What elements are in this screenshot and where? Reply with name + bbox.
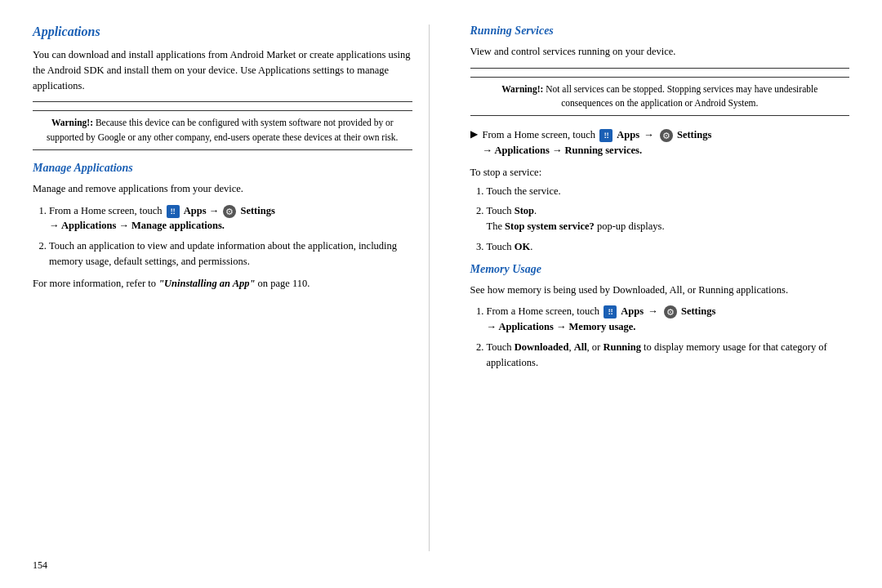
more-info-prefix: For more information, refer to — [33, 278, 156, 289]
more-info-italic: "Uninstalling an App" — [158, 278, 255, 289]
divider-top — [33, 101, 412, 102]
stop-system-bold: Stop system service? — [505, 220, 595, 232]
page-number: 154 — [33, 559, 849, 572]
apps-icon-2 — [599, 129, 612, 142]
memory-step-2: Touch Downloaded, All, or Running to dis… — [487, 340, 850, 371]
stop-steps-list: Touch the service. Touch Stop. The Stop … — [487, 184, 850, 255]
warning-box-left: Warning!: Because this device can be con… — [33, 110, 412, 150]
running-intro: View and control services running on you… — [470, 44, 850, 60]
settings-icon-3 — [664, 305, 677, 318]
memory-steps-list: From a Home screen, touch Apps → Setting… — [487, 304, 850, 370]
running-bullet: ▶ From a Home screen, touch Apps → Setti… — [470, 127, 850, 158]
columns: Applications You can download and instal… — [33, 24, 849, 551]
manage-step-1: From a Home screen, touch Apps → Setting… — [49, 203, 412, 234]
step2-text: Touch an application to view and update … — [49, 240, 397, 267]
left-column: Applications You can download and instal… — [33, 24, 430, 551]
memory-title: Memory Usage — [470, 263, 850, 276]
bullet-triangle-1: ▶ — [470, 128, 478, 140]
more-info-suffix: on page 110. — [258, 278, 310, 289]
page: Applications You can download and instal… — [0, 0, 882, 588]
running-arrow1: → — [644, 129, 654, 140]
downloaded-bold: Downloaded — [514, 341, 569, 353]
intro-paragraph: You can download and install application… — [33, 47, 412, 93]
step1-sub: → Applications → Manage applications. — [49, 220, 225, 231]
warning-text-left: Because this device can be configured wi… — [47, 118, 398, 141]
warning-box-right: Warning!: Not all services can be stoppe… — [470, 77, 850, 117]
stop-step-1: Touch the service. — [487, 184, 850, 199]
running-sub: → Applications → Running services. — [483, 145, 643, 156]
memory-step-1: From a Home screen, touch Apps → Setting… — [487, 304, 850, 335]
manage-title: Manage Applications — [33, 162, 412, 175]
settings-icon-1 — [223, 205, 236, 218]
warning-label-right: Warning!: — [501, 84, 543, 94]
ok-bold: OK — [514, 241, 530, 252]
warning-label-left: Warning!: — [51, 118, 93, 127]
divider-right — [470, 68, 850, 69]
step1-settings: Settings — [240, 205, 274, 216]
manage-step-2: Touch an application to view and update … — [49, 238, 412, 270]
running-bold: Running — [603, 341, 641, 353]
stop-service-label: To stop a service: — [470, 165, 850, 180]
manage-intro: Manage and remove applications from your… — [33, 181, 412, 197]
settings-icon-2 — [660, 129, 673, 142]
stop-step-3: Touch OK. — [487, 239, 850, 255]
apps-icon-1 — [167, 205, 180, 218]
running-bullet-content: From a Home screen, touch Apps → Setting… — [483, 127, 850, 158]
running-settings: Settings — [677, 129, 711, 140]
stop-step-2: Touch Stop. The Stop system service? pop… — [487, 203, 850, 234]
step1-apps: Apps — [184, 205, 209, 216]
stop-system-prefix: The — [487, 220, 506, 232]
all-bold: All — [574, 341, 587, 353]
manage-steps-list: From a Home screen, touch Apps → Setting… — [49, 203, 412, 270]
memory-arrow1: → — [648, 305, 658, 317]
memory-sub: → Applications → Memory usage. — [487, 321, 636, 332]
memory-settings: Settings — [681, 305, 715, 317]
step1-arrow: → — [209, 205, 220, 216]
warning-text-right: Not all services can be stopped. Stoppin… — [546, 84, 817, 108]
running-title: Running Services — [470, 24, 850, 38]
more-info: For more information, refer to "Uninstal… — [33, 276, 412, 292]
right-column: Running Services View and control servic… — [462, 24, 850, 551]
step1-prefix: From a Home screen, touch — [49, 205, 165, 216]
stop-system-suffix: pop-up displays. — [595, 220, 665, 232]
stop-step-1-text: Touch the service. — [487, 185, 561, 197]
memory-apps: Apps — [621, 305, 646, 317]
memory-intro: See how memory is being used by Download… — [470, 283, 850, 298]
main-title: Applications — [33, 24, 412, 39]
running-apps: Apps — [617, 129, 642, 140]
stop-bold: Stop — [514, 205, 534, 216]
apps-icon-3 — [604, 305, 617, 318]
